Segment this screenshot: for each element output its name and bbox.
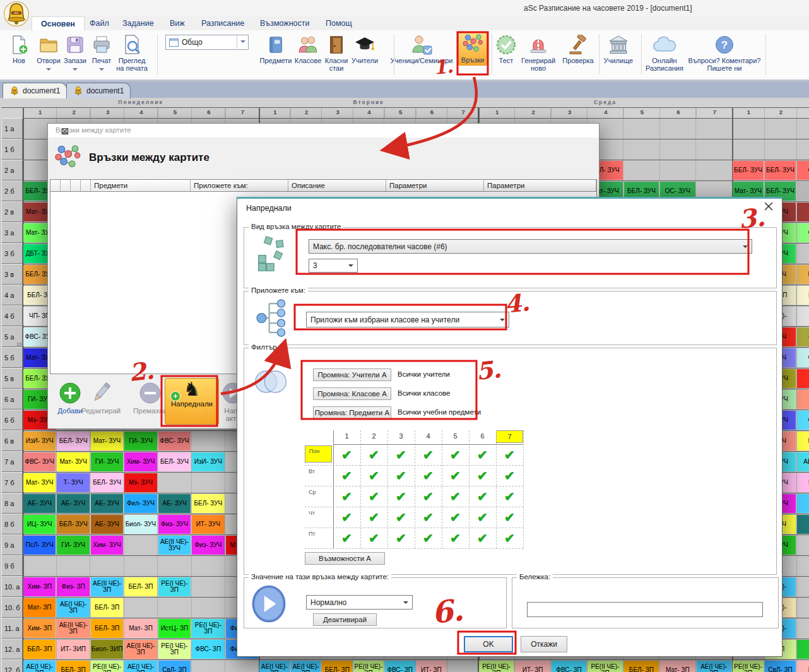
row-label[interactable]: 12. а: [1, 639, 23, 659]
timetable-cell[interactable]: ИТ- ЗУЧ: [192, 515, 224, 534]
row-label[interactable]: 4 б: [1, 305, 23, 326]
tab-Разписание[interactable]: Разписание: [192, 16, 253, 30]
timetable-cell[interactable]: Хим- ЗУЧ: [91, 536, 123, 555]
filter-change-button[interactable]: Промяна: Класове A: [313, 387, 391, 400]
row-label[interactable]: 4 а: [1, 285, 23, 305]
timetable-cell[interactable]: Мат- ЗУЧ: [91, 432, 123, 451]
check-cell[interactable]: ✔: [387, 528, 415, 548]
link-type-combo[interactable]: Макс. бр. последователни часове (#6): [309, 239, 752, 254]
possibilities-button[interactable]: Възможности A: [305, 552, 385, 565]
timetable-cell[interactable]: ИЦ- ЗУЧ: [23, 515, 56, 534]
timetable-cell[interactable]: АЕ(I ЧЕ)- ЗП: [291, 661, 321, 672]
timetable-cell[interactable]: И: [797, 640, 809, 659]
timetable-cell[interactable]: Мат- ЗУЧ: [57, 452, 89, 471]
timetable-cell[interactable]: Хим- ЗП: [23, 619, 56, 638]
toolbar-button-pencil[interactable]: Редактирай: [78, 379, 124, 415]
timetable-cell[interactable]: Хим- ЗУЧ: [124, 452, 156, 471]
timetable-cell[interactable]: БЕЛ- ЗУЧ: [158, 452, 191, 471]
chevron-down-icon[interactable]: [33, 64, 64, 76]
timetable-cell[interactable]: СвЛ- ЗП: [158, 661, 191, 672]
ribbon-button-questions[interactable]: ?Въпроси? Коментари?Пишете ни: [682, 33, 767, 72]
timetable-cell[interactable]: Биол- ЗИП: [91, 640, 123, 659]
check-cell[interactable]: ✔: [333, 465, 360, 486]
timetable-cell[interactable]: РЕ(II ЧЕ)- ЗП: [588, 661, 622, 672]
timetable-cell[interactable]: АЕ- ЗУЧ: [91, 494, 123, 513]
timetable-cell[interactable]: ФВС- ЗУЧ: [23, 452, 56, 471]
row-label[interactable]: 6 а: [1, 389, 23, 410]
check-cell[interactable]: ✔: [469, 528, 496, 548]
timetable-cell[interactable]: АЕ(II ЧЕ)- ЗП: [91, 577, 123, 596]
ribbon-button-generate[interactable]: Генерирайново: [517, 33, 559, 72]
check-cell[interactable]: ✔: [469, 486, 496, 507]
column-header[interactable]: Приложете към:: [191, 180, 288, 191]
ribbon-button-students[interactable]: Ученици/Семинари: [389, 33, 454, 64]
row-label[interactable]: 5 б: [1, 347, 23, 368]
timetable-cell[interactable]: Ма: [797, 432, 809, 451]
timetable-cell[interactable]: Физ- ЗУЧ: [192, 536, 224, 555]
ribbon-button-test[interactable]: Тест: [493, 33, 519, 64]
check-cell[interactable]: ✔: [333, 528, 360, 548]
ribbon-button-new[interactable]: Нов: [5, 33, 33, 64]
check-cell[interactable]: ✔: [387, 444, 415, 465]
timetable-cell[interactable]: ГИ- ЗУЧ: [124, 432, 156, 451]
timetable-cell[interactable]: ИТ- ЗП: [416, 661, 447, 672]
timetable-cell[interactable]: АЕ- ЗУЧ: [91, 515, 123, 534]
timetable-cell[interactable]: ФВ: [797, 223, 809, 242]
timetable-cell[interactable]: СвЛ- ЗП: [765, 661, 796, 672]
timetable-cell[interactable]: БЕЛ- ЗП: [23, 640, 56, 659]
check-cell[interactable]: ✔: [360, 465, 387, 486]
timetable-cell[interactable]: АЕ- ЗУЧ: [23, 494, 56, 513]
check-cell[interactable]: ✔: [496, 528, 523, 548]
row-label[interactable]: 2 б: [1, 180, 23, 201]
row-label[interactable]: 10. а: [1, 576, 23, 597]
ribbon-button-print[interactable]: Печат: [88, 33, 115, 76]
check-cell[interactable]: ✔: [415, 465, 442, 486]
check-cell[interactable]: ✔: [496, 465, 523, 486]
tab-Виж[interactable]: Виж: [161, 16, 194, 30]
timetable-cell[interactable]: М: [797, 369, 809, 388]
filter-change-button[interactable]: Промяна: Предмети A: [313, 406, 391, 419]
document-tab[interactable]: document1: [66, 83, 131, 98]
timetable-cell[interactable]: БЕЛ- ЗУЧ: [57, 515, 89, 534]
timetable-cell[interactable]: ГИ- ЗУЧ: [91, 452, 123, 471]
timetable-cell[interactable]: ИТ- ЗП: [515, 661, 550, 672]
timetable-cell[interactable]: ИТ- ЗИП: [57, 640, 89, 659]
timetable-cell[interactable]: АЕ- ЗУЧ: [57, 494, 89, 513]
timetable-cell[interactable]: АЕ(I ЧЕ)- ЗП: [57, 598, 89, 617]
timetable-cell[interactable]: Т- ЗУЧ: [57, 473, 89, 492]
timetable-cell[interactable]: ИзИ- ЗУЧ: [192, 452, 224, 471]
timetable-cell[interactable]: Фр: [797, 327, 809, 346]
row-label[interactable]: 3 б: [1, 243, 23, 264]
close-icon[interactable]: [56, 126, 74, 137]
timetable-cell[interactable]: ПсЛ- ЗУЧ: [23, 536, 56, 555]
timetable-cell[interactable]: ФВС- ЗП: [552, 661, 586, 672]
row-label[interactable]: 1 б: [1, 139, 23, 160]
row-label[interactable]: 7 а: [1, 451, 23, 472]
timetable-cell[interactable]: АЕ- ЗУЧ: [158, 494, 191, 513]
meaning-combo[interactable]: Нормално: [306, 595, 413, 610]
timetable-cell[interactable]: Мат- ЗУЧ: [23, 473, 56, 492]
view-mode-combo[interactable]: Общо: [165, 35, 249, 50]
asc-logo-icon[interactable]: [4, 1, 29, 27]
timetable-cell[interactable]: ФВС- ЗП: [385, 661, 415, 672]
check-cell[interactable]: ✔: [415, 444, 442, 465]
apply-to-combo[interactable]: Приложи към избрани класове на учители: [306, 312, 509, 327]
timetable-cell[interactable]: БЕЛ- ЗП: [91, 598, 123, 617]
dialog-title-bar[interactable]: Връзки между картите: [48, 124, 599, 138]
timetable-cell[interactable]: ФВ: [797, 348, 809, 367]
row-label[interactable]: 5 а13: [1, 326, 23, 347]
column-header[interactable]: Описание: [288, 180, 386, 191]
ribbon-button-classrooms[interactable]: Класнистаи: [321, 33, 351, 72]
check-cell[interactable]: ✔: [360, 528, 387, 548]
row-label[interactable]: 1 а: [1, 118, 23, 139]
row-label[interactable]: 9 б: [1, 555, 23, 576]
timetable-cell[interactable]: ФВС- ЗУЧ: [158, 432, 191, 451]
check-cell[interactable]: ✔: [360, 486, 387, 507]
timetable-cell[interactable]: ФВ: [797, 411, 809, 430]
chevron-down-icon[interactable]: [88, 64, 115, 76]
timetable-cell[interactable]: БЕЛ- ЗП: [124, 577, 156, 596]
timetable-cell[interactable]: ФВ: [797, 161, 809, 180]
row-label[interactable]: 11. а: [1, 618, 23, 639]
check-cell[interactable]: ✔: [360, 444, 387, 465]
timetable-cell[interactable]: БЕЛ- ЗУЧ: [733, 161, 764, 180]
